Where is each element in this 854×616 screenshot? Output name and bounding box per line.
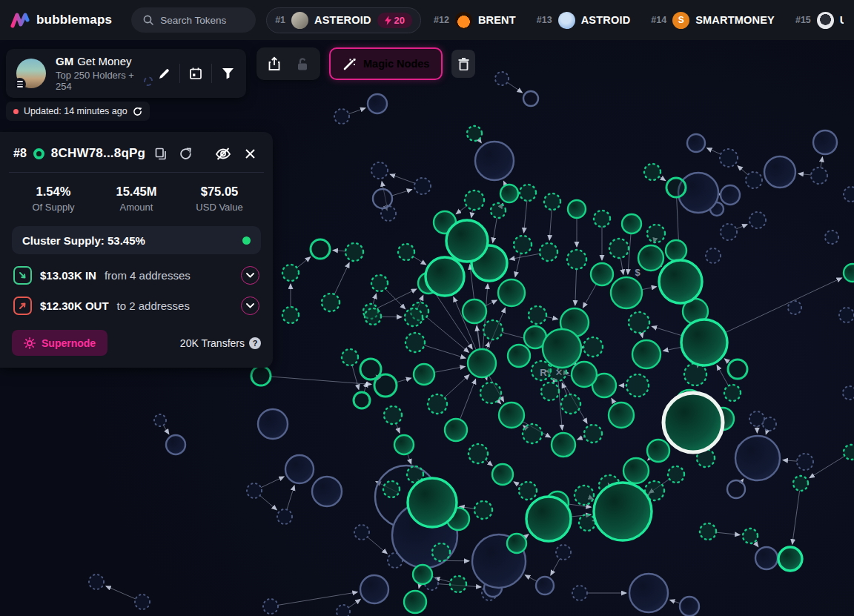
bubble-node[interactable] (623, 458, 649, 483)
bubble-node[interactable] (523, 424, 542, 443)
bubble-node[interactable] (432, 543, 450, 561)
bubble-node[interactable] (514, 236, 532, 254)
bubble-node[interactable] (743, 529, 758, 543)
hide-node-button[interactable] (213, 144, 234, 163)
bubble-node[interactable] (263, 599, 278, 614)
bubble-node[interactable] (450, 576, 466, 592)
bubble-node[interactable] (594, 483, 652, 540)
bubble-node[interactable] (797, 454, 813, 470)
bubble-node[interactable] (414, 364, 434, 385)
bubble-node[interactable] (463, 299, 486, 323)
bubble-node[interactable] (583, 337, 603, 357)
bubble-node[interactable] (354, 392, 370, 408)
bubble-node[interactable] (475, 142, 514, 180)
bubble-node[interactable] (480, 382, 501, 403)
bubble-node[interactable] (788, 301, 801, 314)
refresh-icon[interactable] (133, 107, 142, 116)
bubble-node[interactable] (337, 605, 350, 616)
supernode-button[interactable]: Supernode (12, 330, 107, 356)
bubble-node[interactable] (334, 109, 349, 124)
bubble-node[interactable] (405, 308, 423, 326)
search-input[interactable]: Search Tokens (131, 7, 256, 33)
flow-expand-button[interactable] (241, 297, 259, 315)
bubble-node[interactable] (311, 239, 330, 259)
bubble-node[interactable] (536, 577, 554, 595)
token-strip-item[interactable]: #14 S SMARTMONEY (643, 8, 783, 33)
bubble-node[interactable] (666, 178, 686, 197)
bubble-node[interactable] (721, 185, 740, 205)
bubble-node[interactable] (483, 320, 503, 340)
bubble-node[interactable] (575, 486, 594, 505)
magic-nodes-button[interactable]: Magic Nodes (329, 47, 443, 80)
bubble-node[interactable] (342, 349, 358, 365)
bubble-node[interactable] (474, 501, 492, 519)
bubble-node[interactable] (561, 394, 580, 414)
bubble-node[interactable] (247, 483, 262, 498)
bubble-node[interactable] (529, 306, 546, 324)
bubble-node[interactable] (680, 597, 699, 616)
bubble-node[interactable] (764, 156, 795, 188)
bubble-node[interactable] (492, 464, 513, 485)
bubble-node[interactable] (572, 586, 587, 600)
delete-button[interactable] (451, 50, 475, 78)
bubble-node[interactable] (626, 374, 649, 397)
bubble-node[interactable] (813, 130, 837, 154)
bubble-node[interactable] (552, 433, 575, 457)
bubble-node[interactable] (500, 185, 518, 202)
bubble-node[interactable] (825, 231, 838, 244)
bubble-node[interactable] (556, 545, 571, 560)
flow-expand-button[interactable] (241, 266, 259, 285)
bubble-node[interactable] (413, 565, 432, 584)
bubble-node[interactable] (644, 164, 661, 180)
bubble-node[interactable] (735, 436, 780, 480)
bubble-node[interactable] (728, 360, 747, 379)
bubble-node[interactable] (508, 345, 530, 367)
bubble-node[interactable] (755, 547, 778, 569)
bubble-node[interactable] (404, 591, 426, 613)
bubble-node[interactable] (687, 134, 705, 152)
bubble-node[interactable] (663, 393, 723, 452)
bubble-node[interactable] (746, 172, 762, 188)
bubble-node[interactable] (446, 220, 488, 262)
bubble-node[interactable] (360, 575, 388, 603)
bubble-node[interactable] (839, 308, 854, 322)
edit-button[interactable] (153, 62, 175, 85)
bubble-node[interactable] (258, 409, 288, 439)
bubble-node[interactable] (647, 225, 665, 242)
token-strip-item[interactable]: #13 ASTROID (529, 8, 639, 33)
bubble-node[interactable] (594, 211, 610, 227)
bubble-node[interactable] (154, 414, 166, 426)
bubble-node[interactable] (135, 595, 150, 609)
bubble-node[interactable] (632, 340, 661, 368)
bubble-node[interactable] (499, 403, 524, 428)
bubble-node[interactable] (368, 94, 387, 113)
bubble-node[interactable] (629, 312, 649, 333)
bubble-node[interactable] (414, 178, 431, 194)
bubble-node[interactable] (666, 240, 686, 261)
bubble-node[interactable] (394, 435, 414, 454)
bubble-node[interactable] (749, 411, 764, 426)
copy-address-button[interactable] (152, 145, 170, 162)
bubble-node[interactable] (749, 212, 766, 228)
bubble-node[interactable] (373, 189, 392, 208)
bubble-node[interactable] (720, 149, 738, 167)
share-button[interactable] (265, 54, 284, 73)
bubble-node[interactable] (322, 294, 340, 311)
open-explorer-button[interactable] (176, 145, 194, 162)
bubble-node[interactable] (251, 366, 271, 385)
brand[interactable]: bubblemaps (10, 11, 112, 29)
calendar-button[interactable] (185, 62, 207, 85)
bubble-node[interactable] (371, 162, 388, 179)
bubble-node[interactable] (374, 374, 397, 397)
bubble-node[interactable] (843, 386, 854, 400)
bubble-node[interactable] (507, 534, 526, 553)
bubble-node[interactable] (465, 191, 484, 210)
token-strip-item[interactable]: #15 Unc (787, 8, 844, 33)
bubble-node[interactable] (844, 445, 854, 460)
bubble-node[interactable] (778, 547, 802, 571)
bubble-node[interactable] (609, 239, 629, 258)
bubble-node[interactable] (371, 275, 388, 291)
bubble-node[interactable] (166, 435, 185, 454)
bubble-node[interactable] (541, 382, 559, 400)
bubble-node[interactable] (721, 224, 737, 240)
